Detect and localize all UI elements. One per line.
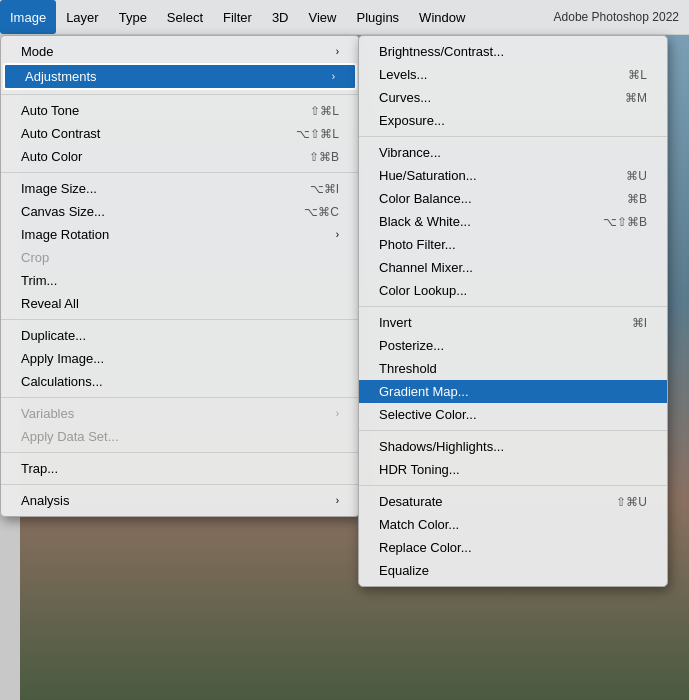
menu-item-analysis[interactable]: Analysis › [1,489,359,512]
menubar-window[interactable]: Window [409,0,475,34]
menubar-3d[interactable]: 3D [262,0,299,34]
separator [1,319,359,320]
submenu-arrow-icon: › [336,408,339,419]
app-title: Adobe Photoshop 2022 [554,10,689,24]
menu-item-brightness-contrast[interactable]: Brightness/Contrast... [359,40,667,63]
menu-item-hue-saturation[interactable]: Hue/Saturation... ⌘U [359,164,667,187]
menu-item-color-balance[interactable]: Color Balance... ⌘B [359,187,667,210]
separator [1,484,359,485]
menu-item-replace-color[interactable]: Replace Color... [359,536,667,559]
menu-item-image-rotation[interactable]: Image Rotation › [1,223,359,246]
menu-item-apply-image[interactable]: Apply Image... [1,347,359,370]
menu-item-calculations[interactable]: Calculations... [1,370,359,393]
separator [359,485,667,486]
menu-item-invert[interactable]: Invert ⌘I [359,311,667,334]
separator [359,306,667,307]
menu-item-duplicate[interactable]: Duplicate... [1,324,359,347]
menu-item-desaturate[interactable]: Desaturate ⇧⌘U [359,490,667,513]
menu-item-image-size[interactable]: Image Size... ⌥⌘I [1,177,359,200]
menubar-layer[interactable]: Layer [56,0,109,34]
menu-item-mode[interactable]: Mode › [1,40,359,63]
menu-item-auto-tone[interactable]: Auto Tone ⇧⌘L [1,99,359,122]
menu-item-equalize[interactable]: Equalize [359,559,667,582]
menu-item-trap[interactable]: Trap... [1,457,359,480]
separator [1,397,359,398]
separator [359,430,667,431]
submenu-arrow-icon: › [332,71,335,82]
menu-item-gradient-map[interactable]: Gradient Map... [359,380,667,403]
menubar-plugins[interactable]: Plugins [346,0,409,34]
menu-item-photo-filter[interactable]: Photo Filter... [359,233,667,256]
menu-item-vibrance[interactable]: Vibrance... [359,141,667,164]
menubar-filter[interactable]: Filter [213,0,262,34]
submenu-arrow-icon: › [336,46,339,57]
menu-item-canvas-size[interactable]: Canvas Size... ⌥⌘C [1,200,359,223]
menu-item-reveal-all[interactable]: Reveal All [1,292,359,315]
menu-item-match-color[interactable]: Match Color... [359,513,667,536]
separator [1,94,359,95]
menu-item-shadows-highlights[interactable]: Shadows/Highlights... [359,435,667,458]
menu-item-trim[interactable]: Trim... [1,269,359,292]
menu-item-adjustments[interactable]: Adjustments › [3,63,357,90]
menu-item-threshold[interactable]: Threshold [359,357,667,380]
menu-item-levels[interactable]: Levels... ⌘L [359,63,667,86]
menubar: Image Layer Type Select Filter 3D View P… [0,0,689,35]
menu-item-black-white[interactable]: Black & White... ⌥⇧⌘B [359,210,667,233]
menubar-select[interactable]: Select [157,0,213,34]
menubar-view[interactable]: View [299,0,347,34]
menu-item-color-lookup[interactable]: Color Lookup... [359,279,667,302]
menu-item-channel-mixer[interactable]: Channel Mixer... [359,256,667,279]
separator [1,172,359,173]
menu-item-variables: Variables › [1,402,359,425]
submenu-arrow-icon: › [336,495,339,506]
submenu-arrow-icon: › [336,229,339,240]
menu-item-selective-color[interactable]: Selective Color... [359,403,667,426]
separator [1,452,359,453]
menu-item-auto-color[interactable]: Auto Color ⇧⌘B [1,145,359,168]
menubar-type[interactable]: Type [109,0,157,34]
menu-item-exposure[interactable]: Exposure... [359,109,667,132]
menu-item-apply-data-set: Apply Data Set... [1,425,359,448]
menu-item-curves[interactable]: Curves... ⌘M [359,86,667,109]
separator [359,136,667,137]
adjustments-submenu: Brightness/Contrast... Levels... ⌘L Curv… [358,35,668,587]
image-menu: Mode › Adjustments › Auto Tone ⇧⌘L Auto … [0,35,360,517]
menu-item-hdr-toning[interactable]: HDR Toning... [359,458,667,481]
menu-item-auto-contrast[interactable]: Auto Contrast ⌥⇧⌘L [1,122,359,145]
menu-item-posterize[interactable]: Posterize... [359,334,667,357]
menubar-image[interactable]: Image [0,0,56,34]
menu-item-crop: Crop [1,246,359,269]
